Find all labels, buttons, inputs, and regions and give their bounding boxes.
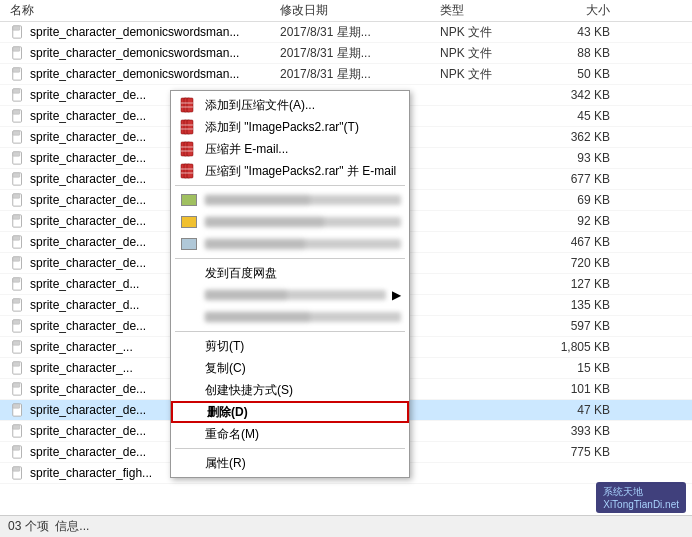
menu-separator	[175, 448, 405, 449]
menu-item-blurred-1[interactable]	[171, 189, 409, 211]
menu-label-blurred	[205, 195, 401, 205]
file-icon	[10, 381, 26, 397]
file-icon	[10, 192, 26, 208]
file-size: 342 KB	[540, 88, 620, 102]
menu-separator	[175, 185, 405, 186]
file-name: sprite_character_figh...	[30, 466, 152, 480]
file-icon	[10, 402, 26, 418]
file-icon	[10, 297, 26, 313]
svg-rect-29	[13, 320, 20, 324]
file-name: sprite_character_de...	[30, 109, 146, 123]
svg-rect-61	[187, 164, 193, 178]
file-name: sprite_character_...	[30, 340, 133, 354]
file-size: 50 KB	[540, 67, 620, 81]
svg-rect-56	[187, 142, 193, 156]
svg-rect-37	[13, 404, 20, 408]
file-type: NPK 文件	[440, 66, 540, 83]
menu-label: 压缩到 "ImagePacks2.rar" 并 E-mail	[205, 163, 401, 180]
watermark-url: XiTongTianDi.net	[603, 499, 679, 510]
menu-label: 重命名(M)	[205, 426, 401, 443]
col-header-type[interactable]: 类型	[440, 2, 540, 19]
archive-icon	[179, 96, 199, 114]
empty-icon	[179, 381, 199, 399]
archive-icon	[179, 162, 199, 180]
menu-item-cut[interactable]: 剪切(T)	[171, 335, 409, 357]
menu-item-properties[interactable]: 属性(R)	[171, 452, 409, 474]
menu-item-blurred-4[interactable]: ▶	[171, 284, 409, 306]
color1-icon	[179, 191, 199, 209]
svg-rect-43	[13, 467, 20, 471]
file-icon	[10, 108, 26, 124]
svg-rect-47	[181, 102, 193, 104]
file-size: 101 KB	[540, 382, 620, 396]
menu-item-rename[interactable]: 重命名(M)	[171, 423, 409, 445]
file-type: NPK 文件	[440, 24, 540, 41]
col-header-date[interactable]: 修改日期	[280, 2, 440, 19]
status-info: 信息...	[55, 518, 89, 535]
file-date: 2017/8/31 星期...	[280, 45, 440, 62]
menu-item-add-to-archive[interactable]: 添加到压缩文件(A)...	[171, 94, 409, 116]
svg-rect-21	[13, 236, 20, 240]
archive-icon	[179, 118, 199, 136]
file-name: sprite_character_demonicswordsman...	[30, 67, 239, 81]
svg-rect-63	[181, 172, 193, 174]
menu-label: 创建快捷方式(S)	[205, 382, 401, 399]
menu-label: 添加到压缩文件(A)...	[205, 97, 401, 114]
menu-item-add-to-imagepacks2[interactable]: 添加到 "ImagePacks2.rar"(T)	[171, 116, 409, 138]
svg-rect-1	[13, 26, 20, 30]
menu-item-blurred-5[interactable]	[171, 306, 409, 328]
menu-item-baidu-cloud[interactable]: 发到百度网盘	[171, 262, 409, 284]
file-icon	[10, 24, 26, 40]
svg-rect-15	[13, 173, 20, 177]
empty-icon	[179, 359, 199, 377]
svg-rect-48	[181, 106, 193, 108]
svg-rect-41	[13, 446, 20, 450]
file-icon	[10, 423, 26, 439]
file-name: sprite_character_de...	[30, 193, 146, 207]
col-header-size[interactable]: 大小	[540, 2, 620, 19]
watermark: 系统天地 XiTongTianDi.net	[596, 482, 686, 513]
menu-item-create-shortcut[interactable]: 创建快捷方式(S)	[171, 379, 409, 401]
file-icon	[10, 360, 26, 376]
file-name: sprite_character_de...	[30, 172, 146, 186]
menu-item-compress-imagepacks2-email[interactable]: 压缩到 "ImagePacks2.rar" 并 E-mail	[171, 160, 409, 182]
svg-rect-53	[181, 128, 193, 130]
menu-item-delete[interactable]: 删除(D)	[171, 401, 409, 423]
file-name: sprite_character_de...	[30, 256, 146, 270]
menu-item-blurred-3[interactable]	[171, 233, 409, 255]
file-name: sprite_character_de...	[30, 214, 146, 228]
file-size: 467 KB	[540, 235, 620, 249]
svg-rect-51	[187, 120, 193, 134]
svg-rect-3	[13, 47, 20, 51]
file-name: sprite_character_de...	[30, 319, 146, 333]
file-icon	[10, 129, 26, 145]
color3-icon	[179, 235, 199, 253]
table-row[interactable]: sprite_character_demonicswordsman... 201…	[0, 22, 692, 43]
file-name: sprite_character_...	[30, 361, 133, 375]
empty-icon	[179, 264, 199, 282]
menu-item-blurred-2[interactable]	[171, 211, 409, 233]
file-size: 47 KB	[540, 403, 620, 417]
table-row[interactable]: sprite_character_demonicswordsman... 201…	[0, 43, 692, 64]
explorer-window: 名称 修改日期 类型 大小 sprite_character_demonicsw…	[0, 0, 692, 537]
empty-icon	[179, 337, 199, 355]
svg-rect-9	[13, 110, 20, 114]
menu-label: 剪切(T)	[205, 338, 401, 355]
menu-label-blurred	[205, 239, 401, 249]
menu-item-compress-email[interactable]: 压缩并 E-mail...	[171, 138, 409, 160]
file-size: 15 KB	[540, 361, 620, 375]
file-name: sprite_character_de...	[30, 151, 146, 165]
menu-item-copy[interactable]: 复制(C)	[171, 357, 409, 379]
table-row[interactable]: sprite_character_demonicswordsman... 201…	[0, 64, 692, 85]
file-date: 2017/8/31 星期...	[280, 66, 440, 83]
file-size: 127 KB	[540, 277, 620, 291]
col-header-name[interactable]: 名称	[0, 2, 280, 19]
file-size: 135 KB	[540, 298, 620, 312]
svg-rect-7	[13, 89, 20, 93]
file-icon	[10, 66, 26, 82]
empty-icon	[181, 403, 201, 421]
file-size: 720 KB	[540, 256, 620, 270]
context-menu: 添加到压缩文件(A)... 添加到 "ImagePacks2.rar"(T) 压…	[170, 90, 410, 478]
file-size: 362 KB	[540, 130, 620, 144]
file-name: sprite_character_de...	[30, 445, 146, 459]
